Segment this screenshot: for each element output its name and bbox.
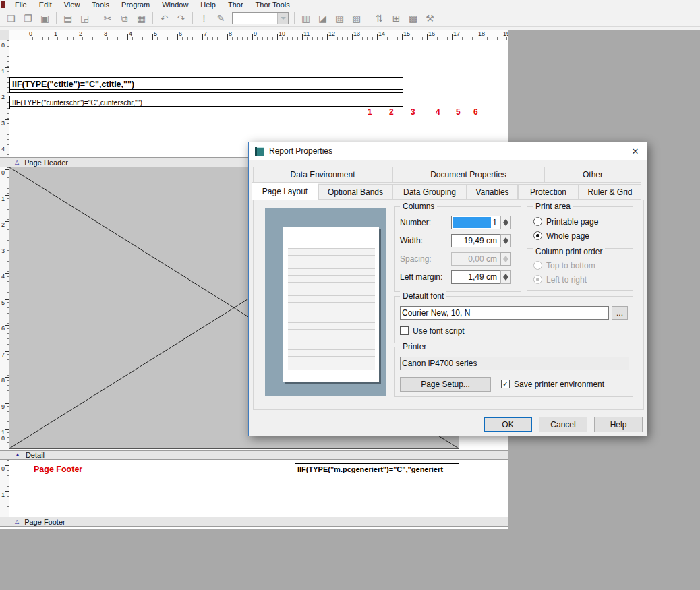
left-to-right-label: Left to right — [546, 275, 587, 285]
browse-icon[interactable]: ◪ — [314, 11, 331, 26]
column-print-order-group: Column print order Top to bottom Left to… — [527, 252, 633, 291]
menu-item[interactable]: Window — [156, 1, 194, 9]
left-margin-input[interactable]: 1,49 cm — [451, 270, 500, 284]
columns-width-input[interactable]: 19,49 cm — [451, 234, 500, 247]
tab-protection[interactable]: Protection — [518, 184, 579, 200]
copy-icon[interactable]: ⧉ — [116, 11, 133, 26]
cut-icon[interactable]: ✂ — [99, 11, 116, 26]
new-icon[interactable]: ❏ — [3, 11, 20, 26]
menu-item[interactable]: File — [9, 1, 33, 9]
ruler-number: 3 — [1, 120, 7, 146]
ruler-number: 10 — [1, 429, 7, 450]
menu-item[interactable]: Edit — [33, 1, 58, 9]
ruler-number: 1 — [1, 492, 7, 517]
form-icon[interactable]: ▥ — [297, 11, 314, 26]
cancel-button[interactable]: Cancel — [539, 417, 587, 432]
paste-icon[interactable]: ▦ — [133, 11, 150, 26]
whole-page-label[interactable]: Whole page — [546, 231, 589, 241]
dialog-title-bar[interactable]: Report Properties ✕ — [249, 142, 647, 160]
use-font-script-checkbox[interactable] — [400, 326, 409, 335]
ruler-number: 0 — [1, 465, 7, 492]
ruler-number: 1 — [53, 30, 78, 40]
tab-data-grouping[interactable]: Data Grouping — [392, 184, 467, 200]
expression-icon[interactable]: ⊞ — [388, 11, 405, 26]
band-bar-page-footer[interactable]: △ Page Footer — [0, 517, 508, 527]
group-label: Printer — [400, 342, 429, 351]
redo-icon[interactable]: ↷ — [173, 11, 189, 26]
tab-page-layout[interactable]: Page Layout — [252, 182, 318, 200]
page-preview-sheet — [283, 227, 379, 382]
open-icon[interactable]: ❐ — [20, 11, 36, 26]
columns-width-spinner[interactable] — [500, 234, 511, 247]
save-printer-environment-checkbox[interactable]: ✓ — [501, 380, 510, 388]
font-more-button[interactable]: ... — [612, 306, 628, 320]
report-field-pcgeneriert[interactable]: IIF(TYPE("m.pcgeneriert")="C","generiert — [295, 463, 459, 475]
footer-text-label[interactable]: Page Footer — [34, 465, 82, 474]
modify-icon[interactable]: ✎ — [212, 11, 229, 26]
band-collapse-icon[interactable]: ▲ — [15, 452, 20, 458]
save-printer-environment-label[interactable]: Save printer environment — [514, 380, 604, 389]
band-label: Detail — [26, 451, 45, 459]
tab-data-environment[interactable]: Data Environment — [253, 167, 392, 183]
print-preview-icon[interactable]: ◲ — [76, 11, 93, 26]
band-collapse-icon[interactable]: △ — [15, 160, 19, 165]
page-preview — [265, 208, 386, 396]
left-margin-spinner[interactable] — [500, 270, 511, 284]
ruler-number: 0 — [1, 169, 7, 196]
tab-optional-bands[interactable]: Optional Bands — [318, 184, 392, 200]
band-collapse-icon[interactable]: △ — [15, 519, 19, 525]
printer-name-field: Canon iP4700 series — [400, 357, 629, 370]
ruler-number: 6 — [1, 325, 7, 351]
printable-page-radio[interactable] — [533, 217, 542, 226]
menu-item[interactable]: Help — [194, 1, 222, 9]
width-label: Width: — [400, 236, 423, 245]
close-icon[interactable]: ✕ — [624, 142, 647, 160]
properties-icon[interactable]: ▧ — [331, 11, 348, 26]
menu-item[interactable]: Program — [115, 1, 156, 9]
save-icon[interactable]: ▣ — [36, 11, 53, 26]
view-code-icon[interactable]: ▨ — [348, 11, 365, 26]
column-number-label: 1 — [368, 107, 372, 117]
grid-icon[interactable]: ▩ — [405, 11, 421, 26]
band-label: Page Footer — [24, 518, 65, 526]
toolbar-combobox[interactable] — [232, 12, 289, 24]
page-setup-button[interactable]: Page Setup... — [400, 377, 491, 392]
use-font-script-label[interactable]: Use font script — [413, 326, 465, 336]
undo-icon[interactable]: ↶ — [156, 11, 173, 26]
ruler-corner — [0, 30, 9, 40]
tab-ruler-grid[interactable]: Ruler & Grid — [579, 184, 641, 200]
ruler-number: 14 — [377, 30, 402, 40]
help-button[interactable]: Help — [594, 417, 643, 432]
group-label: Default font — [400, 291, 446, 301]
tab-document-properties[interactable]: Document Properties — [392, 167, 544, 183]
tab-other[interactable]: Other — [544, 167, 641, 183]
ruler-number: 8 — [227, 30, 252, 40]
columns-number-input[interactable]: 1 — [451, 216, 500, 229]
tools-icon[interactable]: ⚒ — [421, 11, 438, 26]
columns-spacing-spinner — [500, 252, 511, 266]
run-icon[interactable]: ! — [196, 11, 212, 26]
menu-item[interactable]: Thor Tools — [250, 1, 296, 9]
left-margin-label: Left margin: — [400, 272, 442, 282]
tab-variables[interactable]: Variables — [467, 184, 518, 200]
report-field-ctitle[interactable]: IIF(TYPE("ctitle")="C",ctitle,"") — [9, 77, 403, 93]
ruler-number: 2 — [1, 221, 7, 247]
menu-item[interactable]: Tools — [86, 1, 115, 9]
printable-page-label[interactable]: Printable page — [546, 217, 598, 227]
app-icon — [1, 1, 5, 8]
ruler-number: 3 — [1, 247, 7, 274]
ok-button[interactable]: OK — [484, 417, 532, 432]
report-book-icon — [255, 147, 264, 156]
menu-item[interactable]: Thor — [222, 1, 250, 9]
menu-item[interactable]: View — [58, 1, 86, 9]
print-icon[interactable]: ▤ — [59, 11, 76, 26]
chevron-down-icon[interactable] — [277, 13, 288, 24]
default-font-input[interactable]: Courier New, 10, N — [400, 306, 609, 320]
report-properties-dialog: Report Properties ✕ Data Environment Doc… — [248, 142, 647, 436]
ruler-number: 15 — [402, 30, 427, 40]
columns-number-spinner[interactable] — [500, 216, 511, 229]
reorder-icon[interactable]: ⇅ — [371, 11, 388, 26]
toolbar-separator — [56, 12, 57, 24]
whole-page-radio[interactable] — [533, 231, 542, 240]
band-bar-detail[interactable]: ▲ Detail — [0, 450, 508, 460]
